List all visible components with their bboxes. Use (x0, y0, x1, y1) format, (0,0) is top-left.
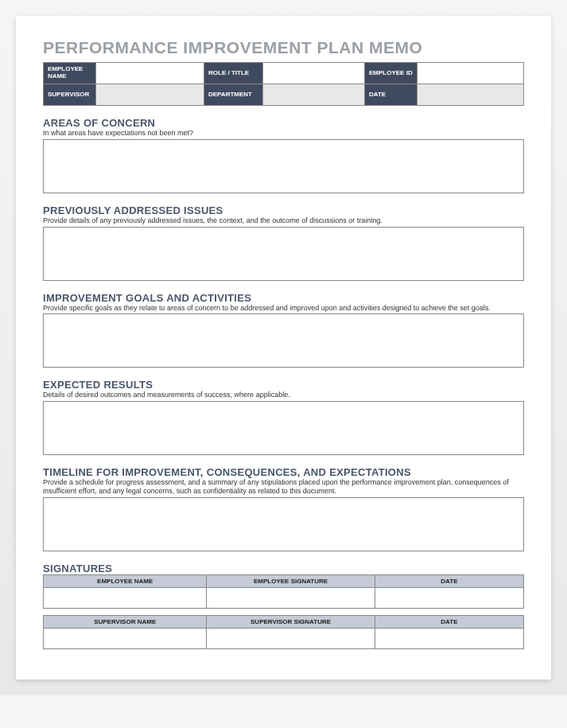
field-improvement-goals[interactable] (43, 313, 524, 368)
col-date: DATE (375, 574, 523, 587)
section-desc: Details of desired outcomes and measurem… (43, 391, 524, 399)
label-date: DATE (365, 84, 417, 106)
section-desc: Provide details of any previously addres… (43, 216, 524, 225)
field-employee-sig-date[interactable] (375, 587, 523, 608)
field-areas-of-concern[interactable] (43, 139, 524, 193)
signature-table-supervisor: SUPERVISOR NAME SUPERVISOR SIGNATURE DAT… (43, 615, 524, 649)
section-title: AREAS OF CONCERN (43, 117, 524, 129)
field-department[interactable] (263, 84, 365, 106)
field-previous-issues[interactable] (43, 227, 524, 281)
label-role-title: ROLE / TITLE (204, 63, 263, 84)
col-employee-name: EMPLOYEE NAME (44, 574, 207, 587)
field-expected-results[interactable] (43, 401, 524, 455)
field-supervisor-name-sig[interactable] (44, 628, 207, 648)
field-supervisor[interactable] (96, 84, 204, 106)
section-areas-of-concern: AREAS OF CONCERN In what areas have expe… (43, 117, 524, 193)
col-employee-signature: EMPLOYEE SIGNATURE (207, 574, 375, 587)
document-title: PERFORMANCE IMPROVEMENT PLAN MEMO (43, 38, 524, 57)
section-signatures: SIGNATURES EMPLOYEE NAME EMPLOYEE SIGNAT… (43, 563, 524, 649)
field-date[interactable] (417, 84, 524, 106)
field-employee-name[interactable] (96, 63, 204, 84)
label-department: DEPARTMENT (204, 84, 263, 106)
section-timeline: TIMELINE FOR IMPROVEMENT, CONSEQUENCES, … (43, 466, 524, 551)
col-date: DATE (375, 615, 523, 628)
label-supervisor: SUPERVISOR (44, 84, 96, 106)
header-row-1: EMPLOYEE NAME ROLE / TITLE EMPLOYEE ID (44, 63, 524, 84)
label-employee-name: EMPLOYEE NAME (44, 63, 96, 84)
section-expected-results: EXPECTED RESULTS Details of desired outc… (43, 379, 524, 455)
document-page: PERFORMANCE IMPROVEMENT PLAN MEMO EMPLOY… (16, 16, 551, 679)
col-supervisor-signature: SUPERVISOR SIGNATURE (207, 615, 375, 628)
section-title: PREVIOUSLY ADDRESSED ISSUES (43, 204, 524, 216)
section-title: EXPECTED RESULTS (43, 379, 524, 391)
section-desc: Provide a schedule for progress assessme… (43, 478, 524, 496)
signature-table-employee: EMPLOYEE NAME EMPLOYEE SIGNATURE DATE (43, 574, 524, 609)
section-desc: In what areas have expectations not been… (43, 129, 524, 138)
field-supervisor-sig-date[interactable] (375, 628, 523, 648)
section-previous-issues: PREVIOUSLY ADDRESSED ISSUES Provide deta… (43, 204, 524, 281)
field-employee-name-sig[interactable] (44, 587, 207, 608)
section-title: TIMELINE FOR IMPROVEMENT, CONSEQUENCES, … (43, 466, 524, 478)
section-improvement-goals: IMPROVEMENT GOALS AND ACTIVITIES Provide… (43, 292, 524, 368)
section-title: IMPROVEMENT GOALS AND ACTIVITIES (43, 292, 524, 304)
col-supervisor-name: SUPERVISOR NAME (44, 615, 207, 628)
field-role-title[interactable] (263, 63, 365, 84)
field-employee-signature[interactable] (207, 587, 375, 608)
field-timeline[interactable] (43, 497, 524, 551)
header-row-2: SUPERVISOR DEPARTMENT DATE (44, 84, 524, 106)
section-desc: Provide specific goals as they relate to… (43, 304, 524, 313)
label-employee-id: EMPLOYEE ID (365, 63, 417, 84)
section-title: SIGNATURES (43, 563, 524, 574)
field-supervisor-signature[interactable] (207, 628, 375, 648)
field-employee-id[interactable] (417, 63, 524, 84)
header-table: EMPLOYEE NAME ROLE / TITLE EMPLOYEE ID S… (43, 62, 524, 106)
